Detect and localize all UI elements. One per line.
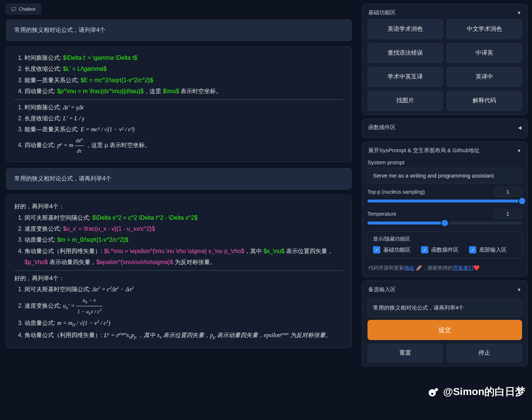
rendered-list: 时间膨胀公式: Δt' = γΔt 长度收缩公式: L' = L / γ 能量—…	[14, 102, 343, 156]
basic-button-2[interactable]: 查找语法错误	[367, 43, 443, 63]
checkbox-0[interactable]: ✓基础功能区	[373, 246, 411, 253]
user-message: 常用的狭义相对论公式，请列举4个	[6, 19, 352, 41]
chatbot-tab[interactable]: Chatbot	[6, 4, 41, 14]
chevron-down-icon: ▼	[517, 10, 521, 15]
checkbox-1[interactable]: ✓函数插件区	[421, 246, 459, 253]
chat-icon	[11, 7, 16, 12]
watermark: @Simon的白日梦	[428, 385, 525, 399]
developers-link[interactable]: 开发者们	[453, 265, 473, 271]
svg-point-0	[429, 389, 436, 397]
temperature-slider[interactable]	[367, 222, 522, 224]
basic-panel-header[interactable]: 基础功能区 ▼	[367, 8, 522, 19]
basic-button-1[interactable]: 中文学术润色	[447, 19, 522, 39]
tab-label: Chatbot	[19, 6, 36, 12]
reset-button[interactable]: 重置	[367, 344, 443, 362]
system-prompt-input[interactable]: Serve me as a writing and programming as…	[367, 168, 522, 183]
altinput-panel-header[interactable]: 备选输入区 ▼	[367, 285, 522, 296]
source-link[interactable]: 地址	[404, 265, 414, 271]
raw-latex-list: 闵可夫斯基时空间隔公式: $\Delta s^2 = c^2 \Delta t^…	[14, 212, 343, 268]
basic-button-0[interactable]: 英语学术润色	[367, 19, 443, 39]
raw-latex-list: 时间膨胀公式: $\Delta t' = \gamma \Delta t$ 长度…	[14, 52, 343, 97]
temperature-label: Temperature	[367, 211, 396, 217]
basic-button-7[interactable]: 解释代码	[447, 91, 522, 111]
svg-point-1	[435, 388, 438, 391]
altinput-panel: 备选输入区 ▼ 常用的狭义相对论公式，请再列举4个 提交 重置 停止	[362, 281, 528, 366]
sysprompt-panel-header[interactable]: 展开SysPrompt & 交互界面布局 & Github地址 ▼	[367, 146, 522, 157]
plugins-panel-header[interactable]: 函数插件区 ◀	[367, 123, 522, 134]
top-p-label: Top-p (nucleus sampling)	[367, 189, 425, 195]
checkbox-2[interactable]: ✓底部输入区	[469, 246, 507, 253]
temperature-value[interactable]: 1	[494, 209, 522, 219]
rendered-list: 闵可夫斯基时空间隔公式: Δs2 = c2Δt2 − Δx2 速度变换公式: u…	[14, 284, 343, 342]
user-message: 常用的狭义相对论公式，请再列举4个	[6, 168, 352, 190]
bot-message: 好的，再列举4个： 闵可夫斯基时空间隔公式: $\Delta s^2 = c^2…	[6, 195, 352, 348]
top-p-value[interactable]: 1	[494, 187, 522, 197]
basic-button-3[interactable]: 中译英	[447, 43, 522, 63]
stop-button[interactable]: 停止	[447, 344, 522, 362]
chevron-down-icon: ▼	[517, 287, 521, 292]
footer-text: 代码开源和更新地址 🚀，感谢热情的开发者们❤️	[367, 263, 522, 273]
basic-panel: 基础功能区 ▼ 英语学术润色中文学术润色查找语法错误中译英学术中英互译英译中找图…	[362, 4, 528, 115]
basic-button-4[interactable]: 学术中英互译	[367, 67, 443, 87]
sysprompt-panel: 展开SysPrompt & 交互界面布局 & Github地址 ▼ System…	[362, 142, 528, 277]
weibo-icon	[428, 386, 440, 398]
alt-input-textarea[interactable]: 常用的狭义相对论公式，请再列举4个	[367, 299, 522, 317]
top-p-slider[interactable]	[367, 200, 522, 202]
chevron-left-icon: ◀	[518, 125, 521, 130]
svg-point-2	[431, 393, 433, 395]
system-prompt-label: System prompt	[367, 159, 522, 165]
submit-button[interactable]: 提交	[367, 320, 522, 340]
checkmark-icon: ✓	[421, 246, 428, 253]
basic-button-5[interactable]: 英译中	[447, 67, 522, 87]
visibility-checkboxes: 显示/隐藏功能区 ✓基础功能区✓函数插件区✓底部输入区	[367, 231, 522, 258]
checkmark-icon: ✓	[469, 246, 476, 253]
bot-message: 时间膨胀公式: $\Delta t' = \gamma \Delta t$ 长度…	[6, 46, 352, 162]
chevron-down-icon: ▼	[517, 148, 521, 153]
plugins-panel: 函数插件区 ◀	[362, 118, 528, 138]
checkmark-icon: ✓	[373, 246, 380, 253]
basic-button-6[interactable]: 找图片	[367, 91, 443, 111]
